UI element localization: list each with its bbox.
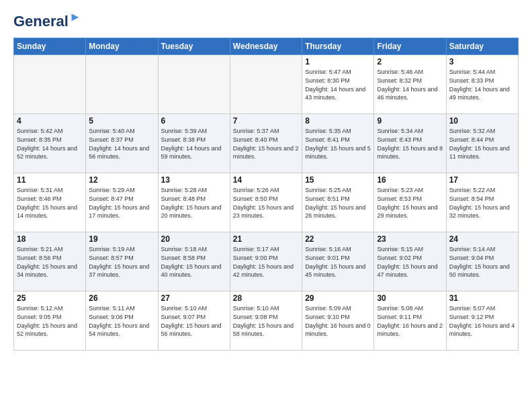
day-number: 16 bbox=[377, 175, 443, 185]
week-row-1: 1Sunrise: 5:47 AMSunset: 8:30 PMDaylight… bbox=[14, 55, 519, 114]
calendar-cell-12: 12Sunrise: 5:29 AMSunset: 8:47 PMDayligh… bbox=[86, 173, 158, 232]
day-info: Sunrise: 5:10 AMSunset: 9:07 PMDaylight:… bbox=[161, 304, 227, 338]
day-number: 15 bbox=[305, 175, 371, 185]
calendar-cell-18: 18Sunrise: 5:21 AMSunset: 8:56 PMDayligh… bbox=[14, 232, 86, 291]
logo-text: General► bbox=[13, 11, 81, 29]
day-info: Sunrise: 5:19 AMSunset: 8:57 PMDaylight:… bbox=[89, 245, 154, 279]
day-info: Sunrise: 5:08 AMSunset: 9:11 PMDaylight:… bbox=[377, 304, 443, 338]
day-info: Sunrise: 5:10 AMSunset: 9:08 PMDaylight:… bbox=[233, 304, 299, 338]
day-info: Sunrise: 5:39 AMSunset: 8:38 PMDaylight:… bbox=[161, 127, 227, 161]
weekday-header-thursday: Thursday bbox=[302, 38, 374, 55]
calendar-cell-empty bbox=[14, 55, 86, 114]
day-info: Sunrise: 5:47 AMSunset: 8:30 PMDaylight:… bbox=[305, 68, 371, 101]
calendar-cell-11: 11Sunrise: 5:31 AMSunset: 8:46 PMDayligh… bbox=[14, 173, 86, 232]
day-info: Sunrise: 5:15 AMSunset: 9:02 PMDaylight:… bbox=[377, 245, 443, 279]
calendar-cell-16: 16Sunrise: 5:23 AMSunset: 8:53 PMDayligh… bbox=[374, 173, 446, 232]
day-number: 11 bbox=[17, 175, 83, 185]
day-number: 18 bbox=[17, 234, 83, 244]
day-number: 28 bbox=[233, 293, 299, 303]
day-info: Sunrise: 5:37 AMSunset: 8:40 PMDaylight:… bbox=[233, 127, 299, 161]
day-info: Sunrise: 5:26 AMSunset: 8:50 PMDaylight:… bbox=[233, 186, 299, 220]
calendar-cell-28: 28Sunrise: 5:10 AMSunset: 9:08 PMDayligh… bbox=[230, 291, 302, 351]
calendar-cell-31: 31Sunrise: 5:07 AMSunset: 9:12 PMDayligh… bbox=[446, 291, 518, 351]
calendar-cell-5: 5Sunrise: 5:40 AMSunset: 8:37 PMDaylight… bbox=[86, 114, 158, 173]
day-number: 21 bbox=[233, 234, 299, 244]
day-info: Sunrise: 5:28 AMSunset: 8:48 PMDaylight:… bbox=[161, 186, 227, 220]
day-number: 10 bbox=[449, 116, 515, 126]
day-info: Sunrise: 5:46 AMSunset: 8:32 PMDaylight:… bbox=[377, 68, 443, 101]
weekday-header-row: SundayMondayTuesdayWednesdayThursdayFrid… bbox=[14, 38, 519, 55]
week-row-2: 4Sunrise: 5:42 AMSunset: 8:35 PMDaylight… bbox=[14, 114, 519, 173]
weekday-header-wednesday: Wednesday bbox=[230, 38, 302, 55]
day-number: 27 bbox=[161, 293, 227, 303]
day-info: Sunrise: 5:07 AMSunset: 9:12 PMDaylight:… bbox=[449, 304, 515, 338]
day-number: 6 bbox=[161, 116, 227, 126]
day-number: 2 bbox=[377, 57, 443, 66]
day-number: 8 bbox=[305, 116, 371, 126]
weekday-header-friday: Friday bbox=[374, 38, 446, 55]
calendar-cell-29: 29Sunrise: 5:09 AMSunset: 9:10 PMDayligh… bbox=[302, 291, 374, 351]
calendar-cell-23: 23Sunrise: 5:15 AMSunset: 9:02 PMDayligh… bbox=[374, 232, 446, 291]
day-number: 30 bbox=[377, 293, 443, 303]
calendar-cell-9: 9Sunrise: 5:34 AMSunset: 8:43 PMDaylight… bbox=[374, 114, 446, 173]
day-info: Sunrise: 5:35 AMSunset: 8:41 PMDaylight:… bbox=[305, 127, 371, 161]
header: General► bbox=[13, 11, 519, 31]
calendar-cell-3: 3Sunrise: 5:44 AMSunset: 8:33 PMDaylight… bbox=[446, 55, 518, 114]
calendar-cell-26: 26Sunrise: 5:11 AMSunset: 9:06 PMDayligh… bbox=[86, 291, 158, 351]
day-info: Sunrise: 5:44 AMSunset: 8:33 PMDaylight:… bbox=[449, 68, 515, 101]
calendar-cell-empty bbox=[86, 55, 158, 114]
day-number: 24 bbox=[449, 234, 515, 244]
day-number: 9 bbox=[377, 116, 443, 126]
calendar-table: SundayMondayTuesdayWednesdayThursdayFrid… bbox=[13, 38, 519, 351]
calendar-cell-17: 17Sunrise: 5:22 AMSunset: 8:54 PMDayligh… bbox=[446, 173, 518, 232]
day-number: 29 bbox=[305, 293, 371, 303]
weekday-header-tuesday: Tuesday bbox=[158, 38, 230, 55]
day-number: 5 bbox=[89, 116, 154, 126]
day-info: Sunrise: 5:40 AMSunset: 8:37 PMDaylight:… bbox=[89, 127, 154, 161]
calendar-cell-2: 2Sunrise: 5:46 AMSunset: 8:32 PMDaylight… bbox=[374, 55, 446, 114]
weekday-header-sunday: Sunday bbox=[14, 38, 86, 55]
week-row-4: 18Sunrise: 5:21 AMSunset: 8:56 PMDayligh… bbox=[14, 232, 519, 291]
day-number: 4 bbox=[17, 116, 83, 126]
calendar-cell-22: 22Sunrise: 5:16 AMSunset: 9:01 PMDayligh… bbox=[302, 232, 374, 291]
day-info: Sunrise: 5:42 AMSunset: 8:35 PMDaylight:… bbox=[17, 127, 83, 161]
day-info: Sunrise: 5:22 AMSunset: 8:54 PMDaylight:… bbox=[449, 186, 515, 220]
calendar-cell-19: 19Sunrise: 5:19 AMSunset: 8:57 PMDayligh… bbox=[86, 232, 158, 291]
weekday-header-saturday: Saturday bbox=[446, 38, 518, 55]
day-info: Sunrise: 5:18 AMSunset: 8:58 PMDaylight:… bbox=[161, 245, 227, 279]
week-row-5: 25Sunrise: 5:12 AMSunset: 9:05 PMDayligh… bbox=[14, 291, 519, 351]
day-info: Sunrise: 5:21 AMSunset: 8:56 PMDaylight:… bbox=[17, 245, 83, 279]
calendar-cell-6: 6Sunrise: 5:39 AMSunset: 8:38 PMDaylight… bbox=[158, 114, 230, 173]
logo: General► bbox=[13, 11, 81, 31]
week-row-3: 11Sunrise: 5:31 AMSunset: 8:46 PMDayligh… bbox=[14, 173, 519, 232]
calendar-cell-25: 25Sunrise: 5:12 AMSunset: 9:05 PMDayligh… bbox=[14, 291, 86, 351]
weekday-header-monday: Monday bbox=[86, 38, 158, 55]
day-number: 22 bbox=[305, 234, 371, 244]
day-number: 3 bbox=[449, 57, 515, 66]
calendar-cell-14: 14Sunrise: 5:26 AMSunset: 8:50 PMDayligh… bbox=[230, 173, 302, 232]
calendar-cell-7: 7Sunrise: 5:37 AMSunset: 8:40 PMDaylight… bbox=[230, 114, 302, 173]
calendar-cell-8: 8Sunrise: 5:35 AMSunset: 8:41 PMDaylight… bbox=[302, 114, 374, 173]
day-number: 1 bbox=[305, 57, 371, 66]
calendar-cell-4: 4Sunrise: 5:42 AMSunset: 8:35 PMDaylight… bbox=[14, 114, 86, 173]
logo-arrow: ► bbox=[69, 10, 81, 24]
day-info: Sunrise: 5:12 AMSunset: 9:05 PMDaylight:… bbox=[17, 304, 83, 338]
day-info: Sunrise: 5:09 AMSunset: 9:10 PMDaylight:… bbox=[305, 304, 371, 338]
day-number: 7 bbox=[233, 116, 299, 126]
day-info: Sunrise: 5:29 AMSunset: 8:47 PMDaylight:… bbox=[89, 186, 154, 220]
calendar-cell-13: 13Sunrise: 5:28 AMSunset: 8:48 PMDayligh… bbox=[158, 173, 230, 232]
day-number: 17 bbox=[449, 175, 515, 185]
calendar-cell-27: 27Sunrise: 5:10 AMSunset: 9:07 PMDayligh… bbox=[158, 291, 230, 351]
day-info: Sunrise: 5:16 AMSunset: 9:01 PMDaylight:… bbox=[305, 245, 371, 279]
day-number: 31 bbox=[449, 293, 515, 303]
day-info: Sunrise: 5:11 AMSunset: 9:06 PMDaylight:… bbox=[89, 304, 154, 338]
day-number: 14 bbox=[233, 175, 299, 185]
calendar-cell-empty bbox=[158, 55, 230, 114]
calendar-cell-20: 20Sunrise: 5:18 AMSunset: 8:58 PMDayligh… bbox=[158, 232, 230, 291]
calendar-cell-30: 30Sunrise: 5:08 AMSunset: 9:11 PMDayligh… bbox=[374, 291, 446, 351]
day-number: 13 bbox=[161, 175, 227, 185]
calendar-cell-1: 1Sunrise: 5:47 AMSunset: 8:30 PMDaylight… bbox=[302, 55, 374, 114]
day-number: 19 bbox=[89, 234, 154, 244]
day-number: 25 bbox=[17, 293, 83, 303]
day-number: 23 bbox=[377, 234, 443, 244]
